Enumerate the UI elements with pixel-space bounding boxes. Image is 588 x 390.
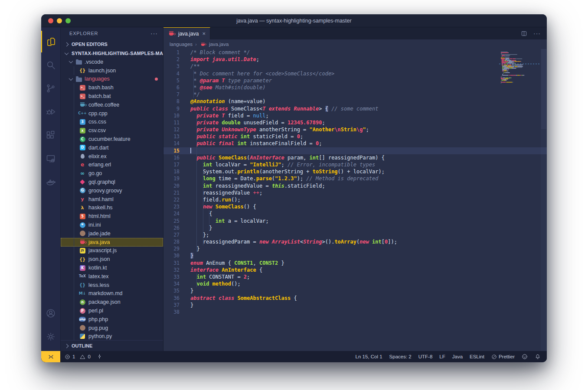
- split-editor-button[interactable]: [521, 30, 527, 37]
- activity-item-settings[interactable]: [41, 326, 60, 348]
- line-number[interactable]: 6: [163, 84, 180, 91]
- line-number[interactable]: 18: [163, 168, 180, 175]
- line-number[interactable]: 34: [163, 280, 180, 287]
- file-tree-item-gql-graphql[interactable]: gql.graphql: [61, 178, 163, 186]
- file-tree-item-less-less[interactable]: {}less.less: [61, 281, 163, 289]
- file-tree-item-languages[interactable]: languages: [61, 75, 163, 84]
- activity-item-source-control[interactable]: [41, 78, 60, 99]
- code-line[interactable]: 35}: [163, 287, 547, 294]
- line-number[interactable]: 14: [163, 140, 180, 147]
- notifications-bell-icon[interactable]: [535, 354, 541, 360]
- line-number[interactable]: 37: [163, 302, 180, 309]
- code-line[interactable]: 25 int a = localVar;: [163, 218, 547, 224]
- code-line[interactable]: 32interface AnInterface {: [163, 266, 547, 273]
- encoding-indicator[interactable]: UTF-8: [418, 354, 433, 359]
- line-number[interactable]: 12: [163, 126, 180, 133]
- code-line[interactable]: 13 public static int staticField = 0;: [163, 133, 547, 140]
- activity-item-run-debug[interactable]: [41, 101, 60, 123]
- line-number[interactable]: 7: [163, 91, 180, 98]
- file-tree-item-haskell-hs[interactable]: λhaskell.hs: [61, 204, 163, 212]
- line-number[interactable]: 9: [163, 105, 180, 112]
- code-line[interactable]: 38: [163, 309, 547, 315]
- editor-more-actions-button[interactable]: ···: [533, 30, 541, 37]
- code-line[interactable]: 37}: [163, 302, 547, 309]
- file-tree-item-markdown-md[interactable]: M↓markdown.md: [61, 289, 163, 298]
- commit-status-item[interactable]: [97, 354, 102, 360]
- workspace-root-row[interactable]: SYNTAX-HIGHLIGHTING-SAMPLES-MA...: [61, 49, 163, 58]
- line-number[interactable]: 24: [163, 210, 180, 217]
- feedback-icon[interactable]: [522, 354, 528, 360]
- file-tree-item-php-php[interactable]: phpphp.php: [61, 315, 163, 324]
- eslint-status[interactable]: ESLint: [470, 354, 484, 359]
- file-tree-item-cpp-cpp[interactable]: C++cpp.cpp: [61, 109, 163, 118]
- file-tree-item-package-json[interactable]: npackage.json: [61, 298, 163, 306]
- file-tree-item-latex-tex[interactable]: TeXlatex.tex: [61, 272, 163, 281]
- code-line[interactable]: 27 };: [163, 231, 547, 238]
- activity-item-remote-explorer[interactable]: [41, 148, 60, 169]
- code-line[interactable]: 17 int localVar = "IntelliJ"; // Error, …: [163, 161, 547, 168]
- code-line[interactable]: 33 int CONSTANT = 2;: [163, 273, 547, 280]
- file-tree-item-groovy-groovy[interactable]: Ggroovy.groovy: [61, 186, 163, 195]
- prettier-status[interactable]: Prettier: [491, 354, 515, 360]
- code-line[interactable]: 11 private double unusedField = 12345.67…: [163, 119, 547, 126]
- file-tree-item-dart-dart[interactable]: Ddart.dart: [61, 143, 163, 152]
- file-tree-item-go-go[interactable]: ∞go.go: [61, 169, 163, 178]
- code-line[interactable]: 34 void method();: [163, 280, 547, 287]
- code-line[interactable]: 2import java.util.Date;: [163, 56, 547, 63]
- file-tree-item-haml-haml[interactable]: yhaml.haml: [61, 195, 163, 204]
- open-editors-section[interactable]: OPEN EDITORS: [61, 39, 163, 49]
- file-tree-item-perl-pl[interactable]: Pperl.pl: [61, 306, 163, 315]
- line-number[interactable]: 3: [163, 63, 180, 70]
- code-line[interactable]: 36abstract class SomeAbstractClass {: [163, 295, 547, 302]
- file-tree-item-coffee-coffee[interactable]: coffee.coffee: [61, 101, 163, 109]
- file-tree-item-pug-pug[interactable]: pug.pug: [61, 324, 163, 332]
- code-line[interactable]: 9public class SomeClass<T extends Runnab…: [163, 105, 547, 112]
- outline-section[interactable]: OUTLINE: [61, 340, 163, 351]
- file-tree-item-elixir-ex[interactable]: elixir.ex: [61, 152, 163, 161]
- tab-java-java[interactable]: java.java ×: [163, 27, 210, 39]
- file-tree-item-cucumber-feature[interactable]: Ccucumber.feature: [61, 135, 163, 143]
- line-number[interactable]: 15: [163, 147, 180, 154]
- line-number[interactable]: 11: [163, 119, 180, 126]
- line-number[interactable]: 27: [163, 231, 180, 238]
- file-tree-item-launch-json[interactable]: {}launch.json: [61, 66, 163, 75]
- code-line[interactable]: 30}: [163, 252, 547, 259]
- code-line[interactable]: 28 reassignedParam = new ArrayList<Strin…: [163, 238, 547, 245]
- line-number[interactable]: 21: [163, 189, 180, 196]
- line-number[interactable]: 26: [163, 224, 180, 231]
- line-number[interactable]: 31: [163, 260, 180, 266]
- file-tree-item-json-json[interactable]: {}json.json: [61, 255, 163, 263]
- code-line[interactable]: 4 * Doc comment here for <code>SomeClass…: [163, 70, 547, 77]
- scrollbar-slider[interactable]: [541, 49, 546, 129]
- line-number[interactable]: 2: [163, 56, 180, 63]
- file-tree-item-ini-ini[interactable]: *ini.ini: [61, 221, 163, 229]
- line-number[interactable]: 25: [163, 218, 180, 224]
- activity-item-extensions[interactable]: [41, 124, 60, 146]
- code-line[interactable]: 26 }: [163, 224, 547, 231]
- explorer-actions-button[interactable]: ···: [150, 30, 158, 37]
- line-col-indicator[interactable]: Ln 15, Col 1: [356, 354, 382, 359]
- code-line[interactable]: 1/* Block comment */: [163, 49, 547, 56]
- code-line[interactable]: 23 new SomeClass() {: [163, 203, 547, 210]
- code-line[interactable]: 18 System.out.println(anotherString + to…: [163, 168, 547, 175]
- line-number[interactable]: 5: [163, 77, 180, 84]
- minimize-window-button[interactable]: [57, 18, 62, 23]
- code-line[interactable]: 3/**: [163, 63, 547, 70]
- code-line[interactable]: 31enum AnEnum { CONST1, CONST2 }: [163, 260, 547, 266]
- line-number[interactable]: 20: [163, 182, 180, 189]
- code-line[interactable]: 7 */: [163, 91, 547, 98]
- code-line[interactable]: 21 reassignedValue ++;: [163, 189, 547, 196]
- line-number[interactable]: 16: [163, 154, 180, 161]
- problems-indicator[interactable]: 1 0: [65, 354, 91, 360]
- code-line[interactable]: 12 private UnknownType anotherString = "…: [163, 126, 547, 133]
- code-line[interactable]: 10 private T field = null;: [163, 112, 547, 119]
- activity-item-account[interactable]: [41, 302, 60, 324]
- code-line[interactable]: 29 }: [163, 245, 547, 252]
- line-number[interactable]: 32: [163, 266, 180, 273]
- file-tree-item-kotlin-kt[interactable]: Kkotlin.kt: [61, 263, 163, 272]
- code-line[interactable]: 22 field.run();: [163, 196, 547, 203]
- code-line[interactable]: 6 * @see Math#sin(double): [163, 84, 547, 91]
- breadcrumb-file[interactable]: java.java: [209, 42, 229, 47]
- file-tree-item-bash-bash[interactable]: >_bash.bash: [61, 83, 163, 92]
- close-window-button[interactable]: [48, 18, 53, 23]
